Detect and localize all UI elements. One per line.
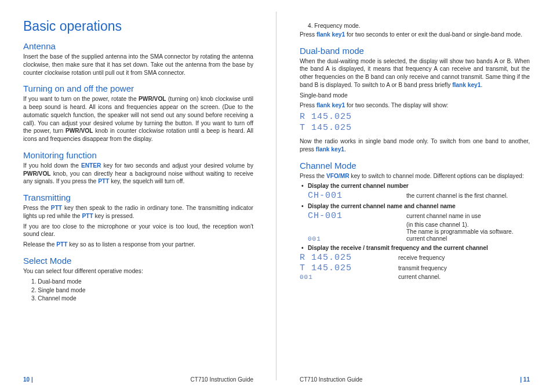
display-row: CH-001 the current channel is the first … bbox=[300, 191, 530, 201]
page-left: Basic operations Antenna Insert the base… bbox=[0, 0, 276, 392]
list-item: 2. Single band mode bbox=[23, 286, 253, 295]
lcd-display: 001 bbox=[300, 274, 398, 281]
main-heading: Basic operations bbox=[23, 19, 253, 34]
display-row: 001 current channel bbox=[300, 235, 530, 242]
page-number: | 11 bbox=[520, 376, 530, 383]
footer-left: 10 | CT710 Instruction Guide bbox=[23, 376, 253, 383]
bullet-item: Display the current channel name and cha… bbox=[300, 202, 530, 210]
section-transmit-body-2: If you are too close to the microphone o… bbox=[23, 223, 253, 239]
display-row: T 145.025 transmit frequency bbox=[300, 263, 530, 273]
section-power-body: If you want to turn on the power, rotate… bbox=[23, 95, 253, 143]
row-desc: current channel. bbox=[398, 274, 530, 280]
section-dual-body-2: Single-band mode bbox=[300, 92, 530, 100]
section-dual-body-1: When the dual-waiting mode is selected, … bbox=[300, 57, 530, 89]
page-spread: Basic operations Antenna Insert the base… bbox=[0, 0, 553, 392]
section-transmit-body-3: Release the PTT key so as to listen a re… bbox=[23, 241, 253, 249]
bullet-item: Display the receive / transmit frequency… bbox=[300, 244, 530, 252]
guide-title: CT710 Instruction Guide bbox=[300, 376, 362, 383]
row-desc: current channel bbox=[406, 235, 530, 242]
lcd-display: CH-001 bbox=[300, 191, 406, 201]
guide-title: CT710 Instruction Guide bbox=[191, 376, 253, 383]
row-desc: (in this case channel 1). bbox=[406, 222, 530, 228]
section-select-title: Select Mode bbox=[23, 256, 253, 266]
lcd-display: CH-001 bbox=[300, 211, 406, 221]
footer-right: CT710 Instruction Guide | 11 bbox=[300, 376, 530, 383]
section-antenna-title: Antenna bbox=[23, 41, 253, 51]
row-desc: the current channel is the first channel… bbox=[406, 193, 530, 199]
page-right: 4. Frequency mode. Press flank key1 for … bbox=[276, 0, 553, 392]
lcd-display: T 145.025 bbox=[300, 123, 530, 133]
list-item: 1. Dual-band mode bbox=[23, 278, 253, 286]
section-dual-body-3: Press flank key1 for two seconds. The di… bbox=[300, 101, 530, 110]
display-row: R 145.025 receive frequency bbox=[300, 253, 530, 263]
list-item: 4. Frequency mode. bbox=[300, 22, 530, 30]
section-power-title: Turning on and off the power bbox=[23, 84, 253, 93]
bullet-item: Display the current channel number bbox=[300, 182, 530, 190]
section-channel-intro: Press the VFO/MR key to switch to channe… bbox=[300, 172, 530, 180]
page-number: 10 | bbox=[23, 376, 33, 383]
top-instruction: Press flank key1 for two seconds to ente… bbox=[300, 31, 530, 39]
display-row: 001 current channel. bbox=[300, 274, 530, 281]
row-desc: transmit frequency bbox=[398, 265, 530, 271]
section-monitor-title: Monitoring function bbox=[23, 150, 253, 160]
display-row: (in this case channel 1). bbox=[300, 222, 530, 228]
lcd-display: 001 bbox=[300, 235, 406, 242]
section-dual-body-4: Now the radio works in single band mode … bbox=[300, 137, 530, 154]
section-transmit-body-1: Press the PTT key then speak to the radi… bbox=[23, 204, 253, 220]
lcd-display: R 145.025 bbox=[300, 112, 530, 122]
section-antenna-body: Insert the base of the supplied antenna … bbox=[23, 53, 253, 77]
section-transmit-title: Transmitting bbox=[23, 193, 253, 202]
lcd-display: R 145.025 bbox=[300, 253, 398, 263]
section-select-intro: You can select four different operative … bbox=[23, 267, 253, 275]
section-dual-title: Dual-band mode bbox=[300, 46, 530, 56]
row-desc: current channel name in use bbox=[406, 213, 530, 219]
display-row: CH-001 current channel name in use bbox=[300, 211, 530, 221]
row-desc: receive frequency bbox=[398, 255, 530, 261]
section-monitor-body: If you hold down the ENTER key for two s… bbox=[23, 162, 253, 186]
lcd-display: T 145.025 bbox=[300, 263, 398, 273]
row-desc: The name is programmable via software. bbox=[406, 228, 530, 235]
display-row: The name is programmable via software. bbox=[300, 228, 530, 235]
section-channel-title: Channel Mode bbox=[300, 161, 530, 170]
list-item: 3. Channel mode bbox=[23, 295, 253, 303]
